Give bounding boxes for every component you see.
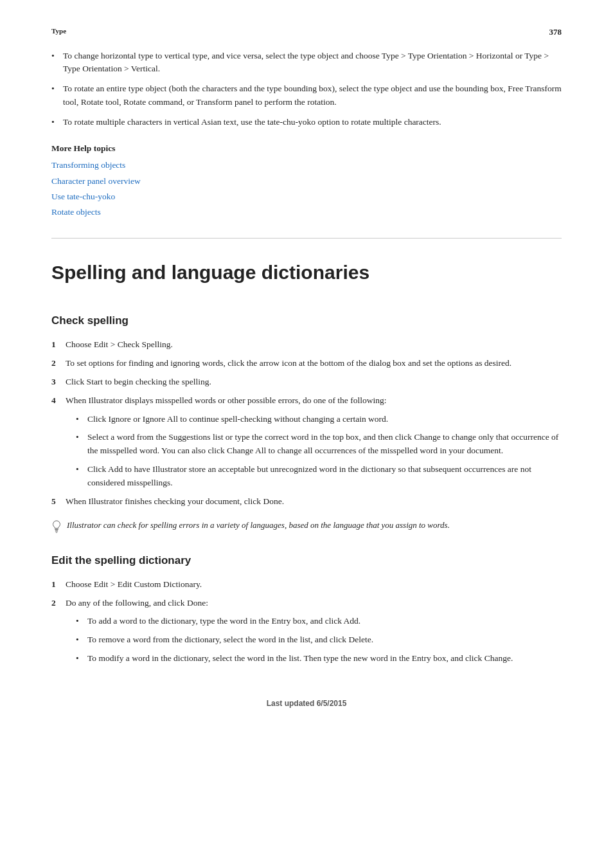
step-num-5: 5 <box>51 495 56 509</box>
edit-spelling-steps: 1 Choose Edit > Edit Custom Dictionary. … <box>51 578 562 666</box>
more-help-topics: More Help topics Transforming objects Ch… <box>51 142 562 219</box>
step-num-3: 3 <box>51 375 56 389</box>
step-num-1: 1 <box>51 338 56 352</box>
check-step-2-text: To set options for finding and ignoring … <box>66 358 511 368</box>
top-section: Type To change horizontal type to vertic… <box>51 26 562 219</box>
check-step-5: 5 When Illustrator finishes checking you… <box>51 495 562 509</box>
edit-spelling-section: Edit the spelling dictionary 1 Choose Ed… <box>51 552 562 665</box>
edit-step-2: 2 Do any of the following, and click Don… <box>51 597 562 666</box>
check-spelling-steps: 1 Choose Edit > Check Spelling. 2 To set… <box>51 338 562 509</box>
footer: Last updated 6/5/2015 <box>51 698 562 709</box>
check-step-2: 2 To set options for finding and ignorin… <box>51 357 562 370</box>
edit-step-1: 1 Choose Edit > Edit Custom Dictionary. <box>51 578 562 592</box>
more-help-title: More Help topics <box>51 142 562 155</box>
section-label: Type <box>51 26 562 37</box>
intro-bullet-2: To rotate an entire type object (both th… <box>51 82 562 109</box>
edit-step-2-text: Do any of the following, and click Done: <box>66 598 208 608</box>
check-step-5-text: When Illustrator finishes checking your … <box>66 496 284 506</box>
check-nested-3: Click Add to have Illustrator store an a… <box>76 463 562 490</box>
edit-step-1-text: Choose Edit > Edit Custom Dictionary. <box>66 579 202 589</box>
check-step-3: 3 Click Start to begin checking the spel… <box>51 375 562 389</box>
check-step-1: 1 Choose Edit > Check Spelling. <box>51 338 562 352</box>
edit-nested-1: To add a word to the dictionary, type th… <box>76 615 562 628</box>
check-spelling-section: Check spelling 1 Choose Edit > Check Spe… <box>51 312 562 533</box>
link-transforming-objects[interactable]: Transforming objects <box>51 159 562 172</box>
svg-rect-0 <box>55 529 58 530</box>
link-tate-chu-yoko[interactable]: Use tate-chu-yoko <box>51 190 562 203</box>
check-nested-2: Select a word from the Suggestions list … <box>76 431 562 458</box>
tip-text: Illustrator can check for spelling error… <box>67 519 450 532</box>
edit-step-num-1: 1 <box>51 578 56 592</box>
page-number: 378 <box>549 26 562 39</box>
page: 378 Type To change horizontal type to ve… <box>0 0 613 868</box>
check-nested-bullets: Click Ignore or Ignore All to continue s… <box>76 413 562 491</box>
check-step-3-text: Click Start to begin checking the spelli… <box>66 377 211 386</box>
check-step-1-text: Choose Edit > Check Spelling. <box>66 339 173 349</box>
step-num-2: 2 <box>51 357 56 370</box>
section-divider <box>51 238 562 239</box>
tip-icon <box>51 520 62 533</box>
check-spelling-title: Check spelling <box>51 312 562 329</box>
check-step-4-text: When Illustrator displays misspelled wor… <box>66 395 386 405</box>
link-character-panel[interactable]: Character panel overview <box>51 175 562 188</box>
intro-bullet-1: To change horizontal type to vertical ty… <box>51 50 562 77</box>
edit-step-num-2: 2 <box>51 597 56 610</box>
edit-nested-bullets: To add a word to the dictionary, type th… <box>76 615 562 665</box>
edit-nested-2: To remove a word from the dictionary, se… <box>76 633 562 647</box>
step-num-4: 4 <box>51 394 56 408</box>
main-title: Spelling and language dictionaries <box>51 258 562 287</box>
edit-spelling-title: Edit the spelling dictionary <box>51 552 562 569</box>
link-rotate-objects[interactable]: Rotate objects <box>51 206 562 219</box>
check-nested-1: Click Ignore or Ignore All to continue s… <box>76 413 562 426</box>
svg-rect-1 <box>55 530 58 531</box>
intro-bullet-list: To change horizontal type to vertical ty… <box>51 50 562 130</box>
intro-bullet-3: To rotate multiple characters in vertica… <box>51 116 562 129</box>
edit-nested-3: To modify a word in the dictionary, sele… <box>76 652 562 665</box>
tip-box: Illustrator can check for spelling error… <box>51 519 562 533</box>
check-step-4: 4 When Illustrator displays misspelled w… <box>51 394 562 491</box>
